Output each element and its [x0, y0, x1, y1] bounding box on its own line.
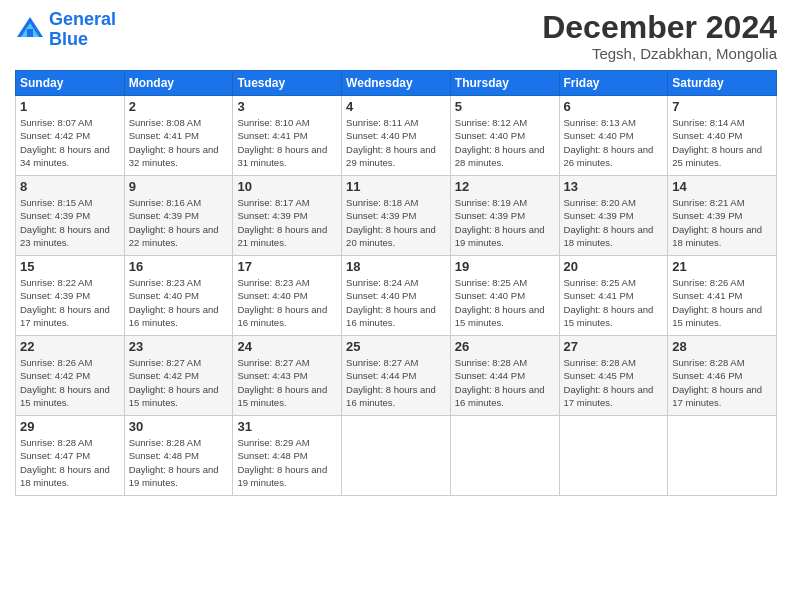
table-row: 21 Sunrise: 8:26 AM Sunset: 4:41 PM Dayl… — [668, 256, 777, 336]
day-number: 3 — [237, 99, 337, 114]
day-info: Sunrise: 8:24 AM Sunset: 4:40 PM Dayligh… — [346, 276, 446, 329]
header-sunday: Sunday — [16, 71, 125, 96]
day-number: 8 — [20, 179, 120, 194]
calendar-row: 1 Sunrise: 8:07 AM Sunset: 4:42 PM Dayli… — [16, 96, 777, 176]
table-row: 17 Sunrise: 8:23 AM Sunset: 4:40 PM Dayl… — [233, 256, 342, 336]
table-row — [668, 416, 777, 496]
table-row: 5 Sunrise: 8:12 AM Sunset: 4:40 PM Dayli… — [450, 96, 559, 176]
day-info: Sunrise: 8:22 AM Sunset: 4:39 PM Dayligh… — [20, 276, 120, 329]
day-info: Sunrise: 8:20 AM Sunset: 4:39 PM Dayligh… — [564, 196, 664, 249]
day-info: Sunrise: 8:10 AM Sunset: 4:41 PM Dayligh… — [237, 116, 337, 169]
table-row: 8 Sunrise: 8:15 AM Sunset: 4:39 PM Dayli… — [16, 176, 125, 256]
day-info: Sunrise: 8:07 AM Sunset: 4:42 PM Dayligh… — [20, 116, 120, 169]
day-info: Sunrise: 8:26 AM Sunset: 4:42 PM Dayligh… — [20, 356, 120, 409]
table-row: 14 Sunrise: 8:21 AM Sunset: 4:39 PM Dayl… — [668, 176, 777, 256]
day-number: 15 — [20, 259, 120, 274]
table-row: 20 Sunrise: 8:25 AM Sunset: 4:41 PM Dayl… — [559, 256, 668, 336]
logo-line2: Blue — [49, 29, 88, 49]
day-info: Sunrise: 8:26 AM Sunset: 4:41 PM Dayligh… — [672, 276, 772, 329]
day-info: Sunrise: 8:28 AM Sunset: 4:44 PM Dayligh… — [455, 356, 555, 409]
day-number: 4 — [346, 99, 446, 114]
day-number: 9 — [129, 179, 229, 194]
day-number: 24 — [237, 339, 337, 354]
day-info: Sunrise: 8:23 AM Sunset: 4:40 PM Dayligh… — [129, 276, 229, 329]
table-row: 24 Sunrise: 8:27 AM Sunset: 4:43 PM Dayl… — [233, 336, 342, 416]
table-row: 29 Sunrise: 8:28 AM Sunset: 4:47 PM Dayl… — [16, 416, 125, 496]
subtitle: Tegsh, Dzabkhan, Mongolia — [542, 45, 777, 62]
table-row: 19 Sunrise: 8:25 AM Sunset: 4:40 PM Dayl… — [450, 256, 559, 336]
table-row: 6 Sunrise: 8:13 AM Sunset: 4:40 PM Dayli… — [559, 96, 668, 176]
table-row — [450, 416, 559, 496]
day-number: 16 — [129, 259, 229, 274]
day-number: 17 — [237, 259, 337, 274]
day-number: 21 — [672, 259, 772, 274]
svg-rect-2 — [27, 29, 33, 37]
day-number: 13 — [564, 179, 664, 194]
header-wednesday: Wednesday — [342, 71, 451, 96]
logo-line1: General — [49, 9, 116, 29]
logo-text: General Blue — [49, 10, 116, 50]
day-number: 19 — [455, 259, 555, 274]
day-info: Sunrise: 8:16 AM Sunset: 4:39 PM Dayligh… — [129, 196, 229, 249]
day-number: 5 — [455, 99, 555, 114]
day-info: Sunrise: 8:19 AM Sunset: 4:39 PM Dayligh… — [455, 196, 555, 249]
day-info: Sunrise: 8:12 AM Sunset: 4:40 PM Dayligh… — [455, 116, 555, 169]
table-row: 30 Sunrise: 8:28 AM Sunset: 4:48 PM Dayl… — [124, 416, 233, 496]
day-number: 2 — [129, 99, 229, 114]
calendar-row: 8 Sunrise: 8:15 AM Sunset: 4:39 PM Dayli… — [16, 176, 777, 256]
table-row: 4 Sunrise: 8:11 AM Sunset: 4:40 PM Dayli… — [342, 96, 451, 176]
day-info: Sunrise: 8:11 AM Sunset: 4:40 PM Dayligh… — [346, 116, 446, 169]
day-number: 29 — [20, 419, 120, 434]
header-friday: Friday — [559, 71, 668, 96]
day-info: Sunrise: 8:27 AM Sunset: 4:43 PM Dayligh… — [237, 356, 337, 409]
table-row: 10 Sunrise: 8:17 AM Sunset: 4:39 PM Dayl… — [233, 176, 342, 256]
day-info: Sunrise: 8:18 AM Sunset: 4:39 PM Dayligh… — [346, 196, 446, 249]
calendar-row: 22 Sunrise: 8:26 AM Sunset: 4:42 PM Dayl… — [16, 336, 777, 416]
table-row — [559, 416, 668, 496]
day-info: Sunrise: 8:08 AM Sunset: 4:41 PM Dayligh… — [129, 116, 229, 169]
logo: General Blue — [15, 10, 116, 50]
table-row: 13 Sunrise: 8:20 AM Sunset: 4:39 PM Dayl… — [559, 176, 668, 256]
day-info: Sunrise: 8:29 AM Sunset: 4:48 PM Dayligh… — [237, 436, 337, 489]
table-row: 7 Sunrise: 8:14 AM Sunset: 4:40 PM Dayli… — [668, 96, 777, 176]
calendar-row: 29 Sunrise: 8:28 AM Sunset: 4:47 PM Dayl… — [16, 416, 777, 496]
day-number: 14 — [672, 179, 772, 194]
table-row: 1 Sunrise: 8:07 AM Sunset: 4:42 PM Dayli… — [16, 96, 125, 176]
page-container: General Blue December 2024 Tegsh, Dzabkh… — [0, 0, 792, 506]
day-info: Sunrise: 8:17 AM Sunset: 4:39 PM Dayligh… — [237, 196, 337, 249]
logo-icon — [15, 15, 45, 45]
table-row: 27 Sunrise: 8:28 AM Sunset: 4:45 PM Dayl… — [559, 336, 668, 416]
table-row: 25 Sunrise: 8:27 AM Sunset: 4:44 PM Dayl… — [342, 336, 451, 416]
day-number: 11 — [346, 179, 446, 194]
calendar-header-row: Sunday Monday Tuesday Wednesday Thursday… — [16, 71, 777, 96]
day-number: 23 — [129, 339, 229, 354]
day-number: 18 — [346, 259, 446, 274]
day-info: Sunrise: 8:21 AM Sunset: 4:39 PM Dayligh… — [672, 196, 772, 249]
header: General Blue December 2024 Tegsh, Dzabkh… — [15, 10, 777, 62]
day-number: 12 — [455, 179, 555, 194]
day-info: Sunrise: 8:28 AM Sunset: 4:45 PM Dayligh… — [564, 356, 664, 409]
table-row — [342, 416, 451, 496]
calendar-row: 15 Sunrise: 8:22 AM Sunset: 4:39 PM Dayl… — [16, 256, 777, 336]
day-number: 1 — [20, 99, 120, 114]
day-number: 22 — [20, 339, 120, 354]
header-tuesday: Tuesday — [233, 71, 342, 96]
day-number: 31 — [237, 419, 337, 434]
header-thursday: Thursday — [450, 71, 559, 96]
day-number: 27 — [564, 339, 664, 354]
day-info: Sunrise: 8:27 AM Sunset: 4:44 PM Dayligh… — [346, 356, 446, 409]
day-number: 30 — [129, 419, 229, 434]
day-info: Sunrise: 8:27 AM Sunset: 4:42 PM Dayligh… — [129, 356, 229, 409]
day-info: Sunrise: 8:28 AM Sunset: 4:46 PM Dayligh… — [672, 356, 772, 409]
day-info: Sunrise: 8:23 AM Sunset: 4:40 PM Dayligh… — [237, 276, 337, 329]
day-info: Sunrise: 8:28 AM Sunset: 4:48 PM Dayligh… — [129, 436, 229, 489]
day-number: 25 — [346, 339, 446, 354]
table-row: 16 Sunrise: 8:23 AM Sunset: 4:40 PM Dayl… — [124, 256, 233, 336]
table-row: 15 Sunrise: 8:22 AM Sunset: 4:39 PM Dayl… — [16, 256, 125, 336]
day-number: 26 — [455, 339, 555, 354]
day-number: 7 — [672, 99, 772, 114]
table-row: 23 Sunrise: 8:27 AM Sunset: 4:42 PM Dayl… — [124, 336, 233, 416]
table-row: 26 Sunrise: 8:28 AM Sunset: 4:44 PM Dayl… — [450, 336, 559, 416]
day-info: Sunrise: 8:13 AM Sunset: 4:40 PM Dayligh… — [564, 116, 664, 169]
table-row: 11 Sunrise: 8:18 AM Sunset: 4:39 PM Dayl… — [342, 176, 451, 256]
